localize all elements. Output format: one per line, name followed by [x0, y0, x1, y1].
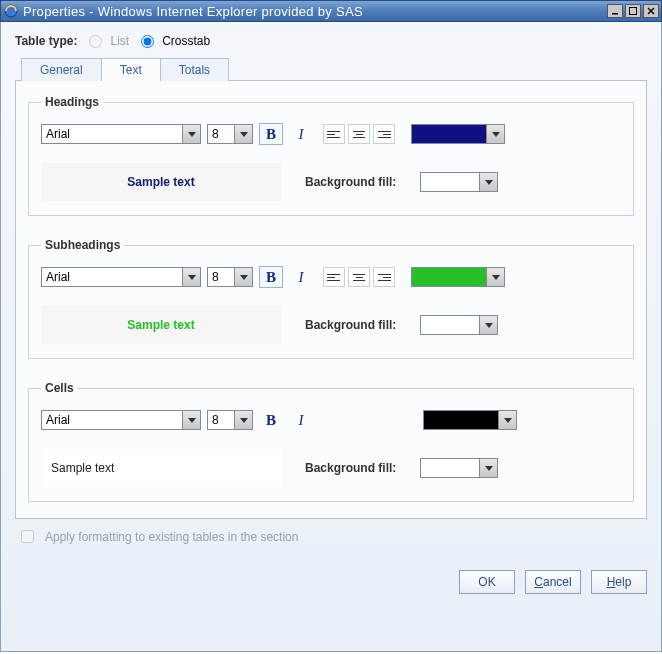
subheadings-bgfill-select[interactable]: [420, 315, 498, 335]
dialog-buttons: OK Cancel Help: [15, 570, 647, 594]
headings-sample-preview: Sample text: [41, 163, 281, 201]
subheadings-bgfill-label: Background fill:: [305, 318, 396, 332]
headings-align-center-button[interactable]: [348, 124, 370, 144]
subheadings-font-select[interactable]: Arial: [41, 267, 201, 287]
group-cells-legend: Cells: [41, 381, 78, 395]
cells-size-select[interactable]: 8: [207, 410, 253, 430]
close-button[interactable]: [643, 4, 659, 18]
color-swatch: [412, 268, 486, 286]
tab-panel-text: Headings Arial 8 B I: [15, 80, 647, 519]
cancel-button[interactable]: Cancel: [525, 570, 581, 594]
apply-existing-checkbox: [21, 530, 34, 543]
dropdown-arrow-icon: [234, 125, 252, 143]
subheadings-sample-preview: Sample text: [41, 306, 281, 344]
tab-totals[interactable]: Totals: [160, 58, 229, 81]
cells-bold-button[interactable]: B: [259, 409, 283, 431]
subheadings-align-left-button[interactable]: [323, 267, 345, 287]
cells-sample-preview: Sample text: [41, 449, 281, 487]
dropdown-arrow-icon: [479, 173, 497, 191]
ie-icon: [3, 3, 19, 19]
headings-italic-button[interactable]: I: [289, 123, 313, 145]
dropdown-arrow-icon: [182, 268, 200, 286]
table-type-list-label: List: [110, 34, 129, 48]
cells-bgfill-select[interactable]: [420, 458, 498, 478]
headings-font-select[interactable]: Arial: [41, 124, 201, 144]
table-type-row: Table type: List Crosstab: [15, 34, 647, 48]
cells-font-select[interactable]: Arial: [41, 410, 201, 430]
group-headings: Headings Arial 8 B I: [28, 95, 634, 216]
headings-size-value: 8: [212, 127, 219, 141]
headings-text-color-select[interactable]: [411, 124, 505, 144]
dropdown-arrow-icon: [486, 125, 504, 143]
group-subheadings-legend: Subheadings: [41, 238, 124, 252]
group-cells: Cells Arial 8 B I Sample tex: [28, 381, 634, 502]
headings-bgfill-select[interactable]: [420, 172, 498, 192]
dropdown-arrow-icon: [479, 459, 497, 477]
headings-bold-button[interactable]: B: [259, 123, 283, 145]
dropdown-arrow-icon: [486, 268, 504, 286]
cells-italic-button[interactable]: I: [289, 409, 313, 431]
dropdown-arrow-icon: [182, 411, 200, 429]
dialog-content: Table type: List Crosstab General Text T…: [0, 22, 662, 652]
dropdown-arrow-icon: [498, 411, 516, 429]
dropdown-arrow-icon: [479, 316, 497, 334]
table-type-crosstab-label: Crosstab: [162, 34, 210, 48]
group-headings-legend: Headings: [41, 95, 103, 109]
group-subheadings: Subheadings Arial 8 B I: [28, 238, 634, 359]
svg-rect-2: [630, 8, 637, 15]
dropdown-arrow-icon: [234, 411, 252, 429]
subheadings-size-select[interactable]: 8: [207, 267, 253, 287]
headings-bgfill-label: Background fill:: [305, 175, 396, 189]
tab-general[interactable]: General: [21, 58, 102, 81]
svg-rect-1: [612, 13, 618, 15]
table-type-list-radio: [89, 35, 102, 48]
subheadings-align-right-button[interactable]: [373, 267, 395, 287]
cells-size-value: 8: [212, 413, 219, 427]
title-bar: Properties - Windows Internet Explorer p…: [0, 0, 662, 22]
headings-align-left-button[interactable]: [323, 124, 345, 144]
headings-size-select[interactable]: 8: [207, 124, 253, 144]
color-swatch: [424, 411, 498, 429]
subheadings-align-center-button[interactable]: [348, 267, 370, 287]
minimize-button[interactable]: [607, 4, 623, 18]
cells-bgfill-label: Background fill:: [305, 461, 396, 475]
subheadings-italic-button[interactable]: I: [289, 266, 313, 288]
subheadings-font-value: Arial: [46, 270, 70, 284]
dropdown-arrow-icon: [234, 268, 252, 286]
ok-button[interactable]: OK: [459, 570, 515, 594]
window-title: Properties - Windows Internet Explorer p…: [23, 4, 607, 19]
maximize-button[interactable]: [625, 4, 641, 18]
apply-existing-row: Apply formatting to existing tables in t…: [17, 527, 647, 546]
table-type-crosstab-radio[interactable]: [141, 35, 154, 48]
help-button[interactable]: Help: [591, 570, 647, 594]
color-swatch: [412, 125, 486, 143]
subheadings-text-color-select[interactable]: [411, 267, 505, 287]
table-type-label: Table type:: [15, 34, 77, 48]
cells-text-color-select[interactable]: [423, 410, 517, 430]
dropdown-arrow-icon: [182, 125, 200, 143]
subheadings-bold-button[interactable]: B: [259, 266, 283, 288]
subheadings-size-value: 8: [212, 270, 219, 284]
headings-font-value: Arial: [46, 127, 70, 141]
tab-strip: General Text Totals: [21, 58, 647, 81]
apply-existing-label: Apply formatting to existing tables in t…: [45, 530, 298, 544]
tab-text[interactable]: Text: [101, 58, 161, 81]
cells-font-value: Arial: [46, 413, 70, 427]
headings-align-right-button[interactable]: [373, 124, 395, 144]
